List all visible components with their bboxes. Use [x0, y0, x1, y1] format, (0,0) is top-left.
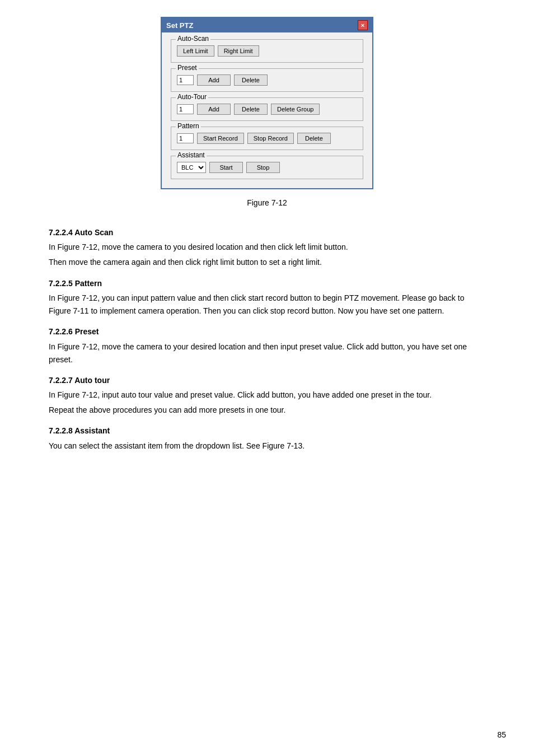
preset-group: Preset Add Delete: [171, 68, 363, 92]
section-7224-para1: In Figure 7-12, move the camera to you d…: [49, 241, 485, 254]
preset-add-button[interactable]: Add: [197, 74, 231, 86]
dialog-close-button[interactable]: ×: [358, 20, 368, 30]
section-7225-para1: In Figure 7-12, you can input pattern va…: [49, 292, 485, 318]
section-7227-para1: In Figure 7-12, input auto tour value an…: [49, 389, 485, 402]
pattern-row: Start Record Stop Record Delete: [177, 133, 357, 144]
pattern-group: Pattern Start Record Stop Record Delete: [171, 127, 363, 150]
document-content: 7.2.2.4 Auto Scan In Figure 7-12, move t…: [49, 218, 485, 455]
pattern-delete-button[interactable]: Delete: [297, 133, 331, 144]
start-record-button[interactable]: Start Record: [197, 133, 244, 144]
dialog-title: Set PTZ: [166, 21, 193, 30]
set-ptz-dialog: Set PTZ × Auto-Scan Left Limit Right Lim…: [161, 17, 373, 189]
auto-tour-add-button[interactable]: Add: [197, 104, 231, 115]
auto-scan-row: Left Limit Right Limit: [177, 45, 357, 57]
auto-tour-group: Auto-Tour Add Delete Delete Group: [171, 97, 363, 121]
section-7224-heading: 7.2.2.4 Auto Scan: [49, 226, 485, 239]
right-limit-button[interactable]: Right Limit: [218, 45, 259, 57]
pattern-legend: Pattern: [176, 122, 201, 130]
assistant-start-button[interactable]: Start: [209, 162, 243, 173]
assistant-legend: Assistant: [176, 151, 207, 159]
stop-record-button[interactable]: Stop Record: [247, 133, 294, 144]
section-7224-para2: Then move the camera again and then clic…: [49, 256, 485, 269]
auto-tour-delete-button[interactable]: Delete: [234, 104, 268, 115]
left-limit-button[interactable]: Left Limit: [177, 45, 214, 57]
auto-tour-row: Add Delete Delete Group: [177, 104, 357, 115]
preset-legend: Preset: [176, 64, 199, 72]
section-7226-heading: 7.2.2.6 Preset: [49, 325, 485, 338]
figure-caption: Figure 7-12: [247, 198, 287, 207]
assistant-group: Assistant BLC WDR Start Stop: [171, 156, 363, 179]
auto-scan-group: Auto-Scan Left Limit Right Limit: [171, 39, 363, 63]
pattern-input[interactable]: [177, 133, 194, 143]
assistant-row: BLC WDR Start Stop: [177, 162, 357, 173]
dialog-body: Auto-Scan Left Limit Right Limit Preset …: [162, 32, 372, 188]
auto-tour-delete-group-button[interactable]: Delete Group: [271, 104, 320, 115]
auto-tour-input[interactable]: [177, 104, 194, 114]
page-number: 85: [497, 730, 506, 739]
preset-input[interactable]: [177, 75, 194, 85]
section-7227-heading: 7.2.2.7 Auto tour: [49, 374, 485, 386]
dialog-titlebar: Set PTZ ×: [162, 18, 372, 32]
assistant-stop-button[interactable]: Stop: [246, 162, 280, 173]
preset-row: Add Delete: [177, 74, 357, 86]
auto-scan-legend: Auto-Scan: [176, 35, 210, 43]
section-7228-para1: You can select the assistant item from t…: [49, 440, 485, 452]
assistant-select[interactable]: BLC WDR: [177, 162, 206, 173]
section-7226-para1: In Figure 7-12, move the camera to your …: [49, 340, 485, 366]
preset-delete-button[interactable]: Delete: [234, 74, 268, 86]
section-7228-heading: 7.2.2.8 Assistant: [49, 424, 485, 437]
auto-tour-legend: Auto-Tour: [176, 93, 208, 101]
section-7225-heading: 7.2.2.5 Pattern: [49, 277, 485, 290]
section-7227-para2: Repeat the above procedures you can add …: [49, 404, 485, 417]
